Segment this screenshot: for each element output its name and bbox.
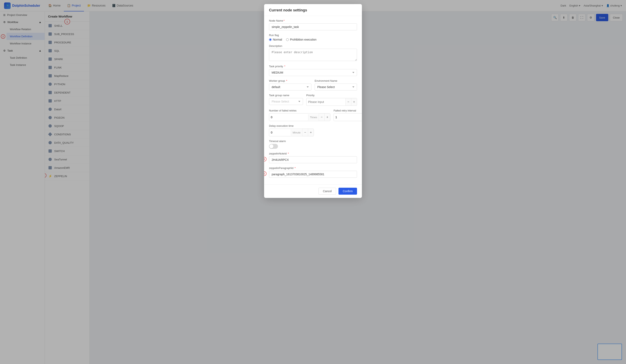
timeout-alarm-group: Timeout alarm [269, 140, 357, 149]
environment-name-group: Environment Name Please Select [315, 79, 357, 90]
failed-retries-unit: Times [308, 114, 319, 121]
priority-decrement[interactable]: − [345, 98, 351, 106]
timeout-alarm-toggle[interactable] [269, 144, 278, 149]
task-priority-select[interactable]: HIGHESTHIGHMEDIUMLOWLOWEST [269, 69, 357, 76]
task-group-name-select[interactable]: Please Select [269, 98, 303, 105]
confirm-button[interactable]: Confirm [339, 188, 357, 195]
zeppelin-note-id-group: zeppelinNoteId * 4 [269, 152, 357, 163]
zeppelin-note-id-input[interactable] [269, 156, 357, 163]
priority-input[interactable] [307, 99, 345, 105]
zeppelin-paragraph-id-label: zeppelinParagraphId * [269, 166, 357, 169]
task-priority-group: Task priority * HIGHESTHIGHMEDIUMLOWLOWE… [269, 65, 357, 76]
priority-group: Priority − + [306, 94, 357, 106]
zeppelin-paragraph-id-input[interactable] [269, 171, 357, 178]
run-flag-normal[interactable]: Normal [269, 38, 282, 41]
current-node-settings-modal: Current node settings Node Name* Run fla… [264, 4, 362, 198]
retry-interval-stepper: Minute − + [334, 113, 362, 121]
timeout-alarm-label: Timeout alarm [269, 140, 357, 143]
delay-execution-stepper: Minute − + [269, 129, 314, 136]
node-name-group: Node Name* [269, 19, 357, 30]
description-group: Description [269, 44, 357, 62]
task-group-name-label: Task group name [269, 94, 303, 97]
modal-header: Current node settings [264, 4, 362, 16]
delay-decrement[interactable]: − [302, 129, 308, 136]
node-name-label: Node Name* [269, 19, 357, 22]
failed-retries-input[interactable] [269, 114, 308, 121]
modal-footer: Cancel Confirm [264, 184, 362, 198]
environment-name-label: Environment Name [315, 79, 357, 82]
priority-stepper: − + [306, 98, 357, 106]
badge-5: 5 [264, 171, 267, 176]
modal-overlay: Current node settings Node Name* Run fla… [0, 0, 626, 364]
badge-4: 4 [264, 157, 267, 162]
task-priority-label: Task priority * [269, 65, 357, 68]
environment-name-select[interactable]: Please Select [315, 83, 357, 90]
toggle-knob [269, 144, 274, 148]
worker-group-select[interactable]: default [269, 83, 311, 90]
retry-interval-input[interactable] [334, 114, 362, 121]
worker-env-row: Worker group * default Environment Name … [269, 79, 357, 94]
delay-execution-group: Delay execution time Minute − + [269, 124, 357, 136]
node-name-required: * [283, 19, 284, 22]
priority-label: Priority [306, 94, 357, 97]
failed-retries-label: Number of failed retries [269, 109, 330, 112]
delay-execution-unit: Minute [291, 129, 302, 136]
retry-interval-label: Failed retry interval [334, 109, 362, 112]
run-flag-label: Run flag [269, 34, 357, 37]
failed-retries-group: Number of failed retries Times − + [269, 109, 330, 121]
failed-retries-stepper: Times − + [269, 113, 330, 121]
run-flag-radios: Normal Prohibition execution [269, 38, 357, 41]
delay-execution-input[interactable] [269, 129, 291, 136]
task-group-name-group: Task group name Please Select [269, 94, 303, 106]
taskgroup-priority-row: Task group name Please Select Priority −… [269, 94, 357, 109]
failed-retries-decrement[interactable]: − [319, 114, 324, 121]
delay-increment[interactable]: + [308, 129, 313, 136]
description-label: Description [269, 44, 357, 47]
priority-increment[interactable]: + [351, 98, 357, 106]
run-flag-group: Run flag Normal Prohibition execution [269, 34, 357, 41]
zeppelin-note-id-label: zeppelinNoteId * [269, 152, 357, 155]
delay-execution-label: Delay execution time [269, 124, 357, 127]
run-flag-prohibition[interactable]: Prohibition execution [286, 38, 316, 41]
worker-group-label: Worker group * [269, 79, 311, 82]
zeppelin-paragraph-id-group: zeppelinParagraphId * 5 [269, 166, 357, 178]
description-input[interactable] [269, 49, 357, 61]
node-name-input[interactable] [269, 23, 357, 30]
failed-retries-increment[interactable]: + [324, 114, 330, 121]
retry-interval-group: Failed retry interval Minute − + [334, 109, 362, 121]
modal-body: Node Name* Run flag Normal Prohibition e… [264, 16, 362, 184]
retry-row: Number of failed retries Times − + Faile… [269, 109, 357, 124]
worker-group-group: Worker group * default [269, 79, 311, 90]
cancel-button[interactable]: Cancel [318, 188, 336, 195]
